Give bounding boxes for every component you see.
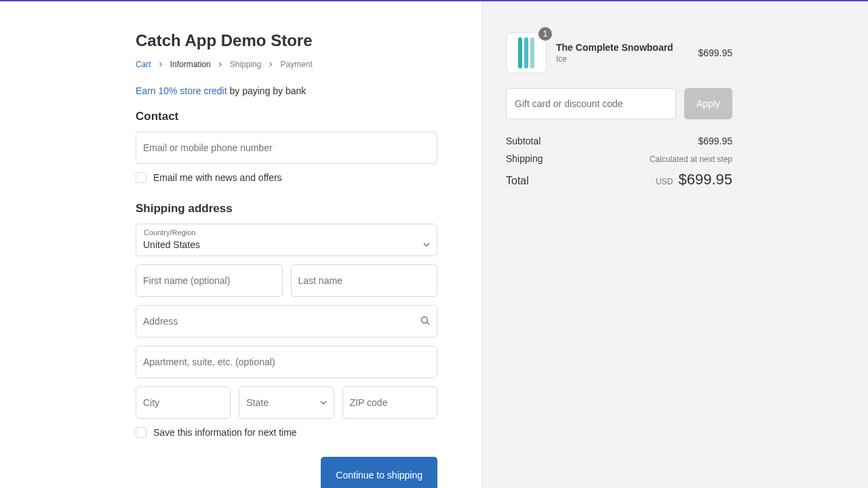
- country-select[interactable]: Country/Region United States: [136, 224, 437, 256]
- save-info-checkbox-row[interactable]: Save this information for next time: [136, 427, 437, 438]
- cart-item: 1 The Complete Snowboard Ice $699.95: [506, 33, 732, 73]
- breadcrumb-payment: Payment: [280, 60, 312, 69]
- breadcrumb-information: Information: [170, 60, 211, 69]
- state-select[interactable]: State: [239, 386, 334, 419]
- subtotal-row: Subtotal $699.95: [506, 136, 732, 146]
- checkout-container: Catch App Demo Store Cart Information Sh…: [0, 0, 868, 488]
- first-name-input[interactable]: [143, 275, 275, 286]
- last-name-field[interactable]: [291, 264, 438, 297]
- promo-link[interactable]: Earn 10% store credit: [136, 85, 227, 96]
- promo-message: Earn 10% store credit by paying by bank: [136, 85, 437, 96]
- chevron-right-icon: [158, 62, 163, 67]
- address2-input[interactable]: [143, 357, 430, 367]
- snowboard-thumbnail-icon: [513, 36, 540, 70]
- newsletter-checkbox-row[interactable]: Email me with news and offers: [136, 172, 437, 183]
- newsletter-checkbox[interactable]: [136, 172, 146, 183]
- email-field-wrapper[interactable]: [136, 131, 437, 164]
- discount-input[interactable]: [515, 98, 667, 109]
- svg-rect-4: [530, 37, 534, 68]
- shipping-heading: Shipping address: [136, 202, 437, 216]
- address-input[interactable]: [143, 316, 420, 327]
- chevron-right-icon: [218, 62, 223, 67]
- cart-item-thumb-wrap: 1: [506, 33, 547, 73]
- city-input[interactable]: [143, 397, 223, 408]
- shipping-label: Shipping: [506, 153, 543, 164]
- apply-button[interactable]: Apply: [684, 88, 732, 119]
- zip-input[interactable]: [350, 397, 430, 408]
- cart-item-info: The Complete Snowboard Ice: [556, 42, 688, 64]
- country-label: Country/Region: [144, 228, 195, 237]
- cta-row: Continue to shipping: [136, 457, 437, 488]
- continue-button[interactable]: Continue to shipping: [321, 457, 437, 488]
- cart-item-price: $699.95: [698, 47, 732, 58]
- newsletter-label: Email me with news and offers: [153, 172, 282, 183]
- svg-rect-3: [524, 37, 528, 68]
- order-summary-panel: 1 The Complete Snowboard Ice $699.95 App…: [483, 1, 868, 488]
- subtotal-value: $699.95: [698, 136, 732, 146]
- save-info-checkbox[interactable]: [136, 427, 146, 438]
- svg-point-0: [422, 317, 428, 323]
- shipping-row: Shipping Calculated at next step: [506, 153, 732, 164]
- subtotal-label: Subtotal: [506, 136, 540, 146]
- main-panel: Catch App Demo Store Cart Information Sh…: [0, 1, 483, 488]
- discount-row: Apply: [506, 88, 732, 119]
- shipping-address-block: Country/Region United States: [136, 224, 437, 438]
- breadcrumb: Cart Information Shipping Payment: [136, 60, 437, 69]
- total-label: Total: [506, 175, 529, 187]
- grand-total-row: Total USD$699.95: [506, 171, 732, 188]
- chevron-down-icon: [423, 239, 430, 250]
- total-currency: USD: [656, 177, 673, 186]
- promo-rest: by paying by bank: [227, 85, 307, 96]
- last-name-input[interactable]: [298, 275, 431, 286]
- search-icon: [420, 316, 430, 327]
- chevron-down-icon: [320, 397, 327, 408]
- city-field[interactable]: [136, 386, 231, 419]
- chevron-right-icon: [268, 62, 273, 67]
- breadcrumb-shipping: Shipping: [230, 60, 262, 69]
- address-field[interactable]: [136, 305, 437, 338]
- zip-field[interactable]: [342, 386, 437, 419]
- shipping-note: Calculated at next step: [650, 155, 732, 164]
- first-name-field[interactable]: [136, 264, 283, 297]
- svg-rect-2: [518, 37, 522, 68]
- cart-item-variant: Ice: [556, 54, 688, 64]
- save-info-label: Save this information for next time: [153, 427, 297, 438]
- email-input[interactable]: [143, 142, 430, 153]
- cart-item-qty-badge: 1: [538, 27, 552, 41]
- contact-heading: Contact: [136, 110, 437, 123]
- svg-line-1: [427, 322, 430, 325]
- breadcrumb-cart[interactable]: Cart: [136, 60, 151, 69]
- totals-block: Subtotal $699.95 Shipping Calculated at …: [506, 136, 732, 188]
- top-accent-bar: [0, 0, 868, 1]
- state-placeholder: State: [246, 397, 269, 408]
- address2-field[interactable]: [136, 346, 437, 378]
- country-value: United States: [143, 239, 200, 250]
- total-amount: $699.95: [678, 171, 732, 188]
- cart-item-title: The Complete Snowboard: [556, 42, 688, 53]
- store-title: Catch App Demo Store: [136, 31, 437, 50]
- discount-input-wrapper[interactable]: [506, 88, 676, 119]
